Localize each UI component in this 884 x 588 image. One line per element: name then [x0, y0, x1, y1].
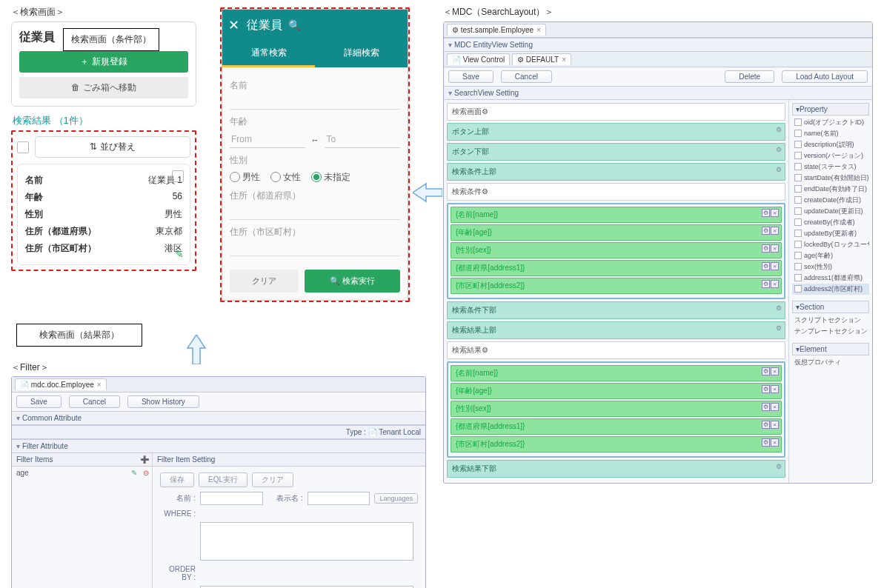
property-item[interactable]: lockedBy(ロックユーザ) [792, 239, 869, 250]
layout-item[interactable]: {都道府県[address1]}⚙× [451, 418, 782, 435]
close-icon[interactable]: ✕ [228, 17, 239, 33]
save-button[interactable]: Save [448, 70, 493, 83]
sec-common[interactable]: ▾Common Attribute [12, 411, 425, 425]
item-settings-icon[interactable]: ⚙ [762, 403, 770, 411]
slab[interactable]: 検索条件上部⚙ [447, 163, 785, 181]
history-button[interactable]: Show History [127, 395, 199, 408]
property-item[interactable]: updateBy(更新者) [792, 228, 869, 239]
edit-icon[interactable]: ✎ [175, 248, 184, 260]
slab[interactable]: 検索結果下部⚙ [447, 460, 785, 478]
element-header[interactable]: ▾Element [792, 343, 869, 355]
wlab-cond[interactable]: 検索条件⚙ [447, 183, 785, 201]
sec-entityview[interactable]: ▾MDC EntityView Setting [444, 38, 872, 52]
layout-item[interactable]: {都道府県[address1]}⚙× [451, 260, 782, 276]
item-remove-icon[interactable]: × [771, 209, 779, 217]
item-remove-icon[interactable]: × [771, 385, 779, 393]
item-remove-icon[interactable]: × [771, 421, 779, 429]
sec-filter[interactable]: ▾Filter Attribute [12, 439, 425, 453]
age-from-input[interactable]: From [230, 131, 305, 148]
cancel-button[interactable]: Cancel [69, 395, 120, 408]
property-item[interactable]: createBy(作成者) [792, 217, 869, 228]
tab-close-icon[interactable]: × [562, 56, 566, 64]
tab-normal[interactable]: 通常検索 [222, 41, 315, 67]
section-item[interactable]: テンプレートセクション [792, 326, 869, 337]
name-input[interactable] [200, 492, 263, 505]
property-item[interactable]: name(名前) [792, 128, 869, 139]
slab[interactable]: ボタン下部⚙ [447, 143, 785, 161]
section-item[interactable]: スクリプトセクション [792, 315, 869, 326]
property-item[interactable]: version(バージョン) [792, 150, 869, 161]
sec-searchview[interactable]: ▾SearchView Setting [444, 86, 872, 100]
field-name-input[interactable] [230, 93, 400, 110]
item-settings-icon[interactable]: ⚙ [762, 262, 770, 270]
trash-button[interactable]: 🗑 ごみ箱へ移動 [19, 77, 188, 98]
property-item[interactable]: address1(都道府県) [792, 273, 869, 284]
delete-icon[interactable]: ⊖ [143, 469, 149, 477]
search-icon[interactable]: 🔍 [288, 19, 301, 31]
item-remove-icon[interactable]: × [771, 403, 779, 411]
slab[interactable]: 検索画面⚙ [447, 103, 785, 121]
radio-female[interactable] [270, 172, 281, 182]
tab-viewcontrol[interactable]: 📄 View Control [447, 53, 510, 65]
filter-clear-button[interactable]: クリア [252, 472, 293, 487]
item-settings-icon[interactable]: ⚙ [762, 244, 770, 253]
radio-male[interactable] [230, 172, 240, 182]
age-to-input[interactable]: To [325, 131, 401, 148]
layout-item[interactable]: {市区町村[address2]}⚙× [451, 278, 782, 294]
property-item[interactable]: endDate(有効終了日) [792, 184, 869, 195]
filter-tab[interactable]: 📄 mdc.doc.Employee× [15, 378, 107, 390]
item-remove-icon[interactable]: × [771, 367, 779, 375]
property-item[interactable]: address2(市区町村) [792, 284, 869, 295]
layout-item[interactable]: {年齢[age]}⚙× [451, 224, 782, 241]
item-settings-icon[interactable]: ⚙ [762, 385, 770, 393]
item-remove-icon[interactable]: × [771, 262, 779, 270]
delete-button[interactable]: Delete [725, 70, 774, 83]
item-settings-icon[interactable]: ⚙ [762, 421, 770, 429]
property-item[interactable]: description(説明) [792, 139, 869, 150]
field-addr2-input[interactable] [230, 240, 400, 256]
filter-save-button[interactable]: 保存 [160, 472, 194, 487]
filter-eql-button[interactable]: EQL実行 [199, 472, 247, 487]
mdc-tab[interactable]: ⚙ test.sample.Employee× [447, 24, 546, 36]
load-layout-button[interactable]: Load Auto Layout [782, 70, 868, 83]
item-settings-icon[interactable]: ⚙ [762, 280, 770, 288]
property-item[interactable]: sex(性別) [792, 261, 869, 273]
layout-item[interactable]: {名前[name]}⚙× [451, 365, 782, 381]
languages-button[interactable]: Languages [374, 493, 418, 504]
element-item[interactable]: 仮想プロパティ [792, 357, 869, 368]
layout-item[interactable]: {市区町村[address2]}⚙× [451, 436, 782, 452]
property-item[interactable]: state(ステータス) [792, 161, 869, 173]
tab-default[interactable]: ⚙ DEFAULT× [512, 53, 571, 65]
item-remove-icon[interactable]: × [771, 280, 779, 288]
layout-item[interactable]: {名前[name]}⚙× [451, 207, 782, 223]
layout-item[interactable]: {年齢[age]}⚙× [451, 383, 782, 399]
search-button[interactable]: 🔍 検索実行 [305, 270, 401, 293]
property-item[interactable]: age(年齢) [792, 250, 869, 261]
item-settings-icon[interactable]: ⚙ [762, 367, 770, 375]
layout-item[interactable]: {性別[sex]}⚙× [451, 401, 782, 417]
tab-close-icon[interactable]: × [97, 381, 102, 389]
radio-unspecified[interactable] [311, 172, 322, 182]
item-remove-icon[interactable]: × [771, 227, 779, 235]
edit-icon[interactable]: ✎ [131, 469, 137, 477]
item-remove-icon[interactable]: × [771, 438, 779, 447]
select-all-checkbox[interactable] [17, 141, 29, 153]
result-item[interactable]: 名前従業員 1 年齢56 性別男性 住所（都道府県）東京都 住所（市区町村）港区… [17, 164, 190, 265]
clear-button[interactable]: クリア [230, 270, 299, 293]
section-header[interactable]: ▾Section [792, 301, 869, 313]
where-input[interactable] [200, 522, 413, 561]
tab-detail[interactable]: 詳細検索 [315, 41, 408, 67]
item-checkbox[interactable] [172, 170, 184, 182]
new-button[interactable]: ＋ 新規登録 [19, 51, 188, 73]
property-item[interactable]: oid(オブジェクトID) [792, 117, 869, 128]
add-filter-icon[interactable]: ➕ [140, 455, 149, 464]
item-remove-icon[interactable]: × [771, 244, 779, 253]
property-item[interactable]: updateDate(更新日) [792, 206, 869, 217]
save-button[interactable]: Save [16, 395, 62, 408]
sort-button[interactable]: ⇅ 並び替え [35, 136, 190, 158]
property-item[interactable]: createDate(作成日) [792, 195, 869, 206]
item-settings-icon[interactable]: ⚙ [762, 227, 770, 235]
property-item[interactable]: startDate(有効開始日) [792, 173, 869, 184]
slab[interactable]: 検索結果上部⚙ [447, 321, 785, 339]
filter-item[interactable]: age✎⊖ [12, 467, 152, 479]
